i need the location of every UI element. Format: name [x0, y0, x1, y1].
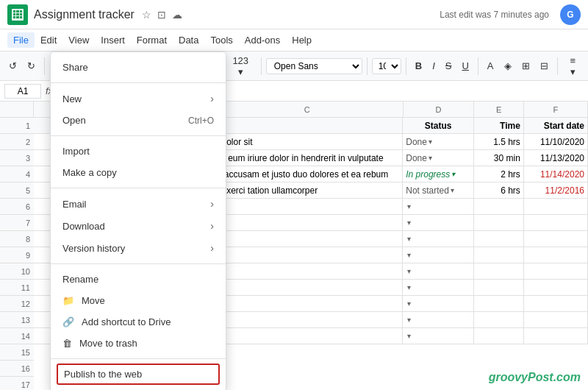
- cell-c4[interactable]: et accusam et justo duo dolores et ea re…: [211, 166, 403, 182]
- align-button[interactable]: ≡ ▾: [562, 52, 583, 80]
- row-header-10[interactable]: 10: [0, 263, 34, 280]
- underline-button[interactable]: U: [457, 57, 473, 74]
- menu-file[interactable]: File: [7, 32, 35, 48]
- cell-f11[interactable]: [524, 280, 588, 295]
- menu-format[interactable]: Format: [131, 32, 173, 48]
- fill-color-button[interactable]: ◈: [500, 57, 516, 74]
- cell-d2[interactable]: Done ▾: [403, 134, 474, 149]
- cloud-icon[interactable]: ☁: [172, 9, 182, 21]
- cell-e3[interactable]: 30 min: [474, 150, 524, 166]
- cell-e2[interactable]: 1.5 hrs: [474, 134, 524, 149]
- row-header-12[interactable]: 12: [0, 296, 34, 312]
- row-header-2[interactable]: 2: [0, 134, 34, 150]
- cell-e13[interactable]: [474, 312, 524, 327]
- row-header-8[interactable]: 8: [0, 231, 34, 247]
- folder-icon[interactable]: ⊡: [157, 9, 166, 21]
- undo-button[interactable]: ↺: [4, 57, 21, 74]
- cell-f2[interactable]: 11/10/2020: [524, 134, 588, 149]
- cell-f7[interactable]: [524, 215, 588, 230]
- cell-d13[interactable]: ▾: [403, 312, 474, 327]
- cell-d14[interactable]: ▾: [403, 328, 474, 344]
- cell-c14[interactable]: [211, 328, 403, 344]
- merge-button[interactable]: ⊟: [536, 57, 553, 74]
- strikethrough-button[interactable]: S: [441, 57, 456, 74]
- col-header-f[interactable]: F: [524, 102, 588, 117]
- user-avatar[interactable]: G: [560, 4, 581, 25]
- cell-d8[interactable]: ▾: [403, 231, 474, 247]
- row-header-15[interactable]: 15: [0, 344, 34, 361]
- cell-d5[interactable]: Not started ▾: [403, 182, 474, 198]
- cell-f10[interactable]: [524, 263, 588, 279]
- cell-d12[interactable]: ▾: [403, 296, 474, 311]
- menu-view[interactable]: View: [62, 32, 95, 48]
- menu-move-to-trash[interactable]: 🗑 Move to trash: [51, 333, 226, 354]
- menu-new[interactable]: New ›: [51, 88, 226, 110]
- cell-e8[interactable]: [474, 231, 524, 247]
- cell-e4[interactable]: 2 hrs: [474, 166, 524, 182]
- cell-f4[interactable]: 11/14/2020: [524, 166, 588, 182]
- header-start-date[interactable]: Start date: [524, 118, 588, 133]
- borders-button[interactable]: ⊞: [517, 57, 534, 74]
- menu-publish-web[interactable]: Publish to the web: [57, 364, 220, 385]
- row-header-6[interactable]: 6: [0, 199, 34, 215]
- cell-e11[interactable]: [474, 280, 524, 295]
- row-header-4[interactable]: 4: [0, 166, 34, 182]
- row-header-11[interactable]: 11: [0, 280, 34, 296]
- cell-e9[interactable]: [474, 247, 524, 263]
- cell-f9[interactable]: [524, 247, 588, 263]
- menu-share[interactable]: Share: [51, 57, 226, 78]
- cell-d3[interactable]: Done ▾: [403, 150, 474, 166]
- number-format-button[interactable]: 123 ▾: [225, 52, 257, 80]
- col-header-c[interactable]: C: [212, 102, 404, 117]
- header-time[interactable]: Time: [474, 118, 524, 133]
- menu-tools[interactable]: Tools: [204, 32, 238, 48]
- col-header-d[interactable]: D: [404, 102, 475, 117]
- cell-d7[interactable]: ▾: [403, 215, 474, 230]
- row-header-9[interactable]: 9: [0, 247, 34, 263]
- cell-c13[interactable]: [211, 312, 403, 327]
- font-size-selector[interactable]: 10 12 14: [372, 58, 401, 74]
- menu-download[interactable]: Download ›: [51, 215, 226, 237]
- menu-edit[interactable]: Edit: [35, 32, 62, 48]
- cell-d6[interactable]: ▾: [403, 199, 474, 214]
- cell-f6[interactable]: [524, 199, 588, 214]
- cell-c10[interactable]: [211, 263, 403, 279]
- cell-d4[interactable]: In progress ▾: [403, 166, 474, 182]
- menu-email[interactable]: Email ›: [51, 193, 226, 215]
- cell-c3[interactable]: vel eum iriure dolor in hendrerit in vul…: [211, 150, 403, 166]
- cell-e7[interactable]: [474, 215, 524, 230]
- cell-f13[interactable]: [524, 312, 588, 327]
- cell-c9[interactable]: [211, 247, 403, 263]
- row-header-13[interactable]: 13: [0, 312, 34, 328]
- cell-e5[interactable]: 6 hrs: [474, 182, 524, 198]
- col-header-e[interactable]: E: [474, 102, 524, 117]
- redo-button[interactable]: ↻: [23, 57, 40, 74]
- text-color-button[interactable]: A: [483, 57, 498, 74]
- menu-help[interactable]: Help: [286, 32, 318, 48]
- row-header-17[interactable]: 17: [0, 377, 34, 390]
- menu-data[interactable]: Data: [173, 32, 204, 48]
- menu-import[interactable]: Import: [51, 141, 226, 162]
- cell-c6[interactable]: [211, 199, 403, 214]
- cell-c11[interactable]: [211, 280, 403, 295]
- cell-e6[interactable]: [474, 199, 524, 214]
- cell-d11[interactable]: ▾: [403, 280, 474, 295]
- menu-addons[interactable]: Add-ons: [239, 32, 286, 48]
- menu-rename[interactable]: Rename: [51, 269, 226, 290]
- row-header-14[interactable]: 14: [0, 328, 34, 344]
- cell-d9[interactable]: ▾: [403, 247, 474, 263]
- row-header-3[interactable]: 3: [0, 150, 34, 166]
- bold-button[interactable]: B: [411, 57, 426, 74]
- cell-c12[interactable]: [211, 296, 403, 311]
- row-header-1[interactable]: 1: [0, 118, 34, 134]
- cell-e14[interactable]: [474, 328, 524, 344]
- star-icon[interactable]: ☆: [142, 9, 151, 21]
- header-status[interactable]: Status: [403, 118, 474, 133]
- cell-c5[interactable]: d exerci tation ullamcorper: [211, 182, 403, 198]
- cell-f14[interactable]: [524, 328, 588, 344]
- cell-e10[interactable]: [474, 263, 524, 279]
- italic-button[interactable]: I: [428, 57, 440, 74]
- cell-c7[interactable]: [211, 215, 403, 230]
- cell-f12[interactable]: [524, 296, 588, 311]
- header-cell-c[interactable]: [211, 118, 403, 133]
